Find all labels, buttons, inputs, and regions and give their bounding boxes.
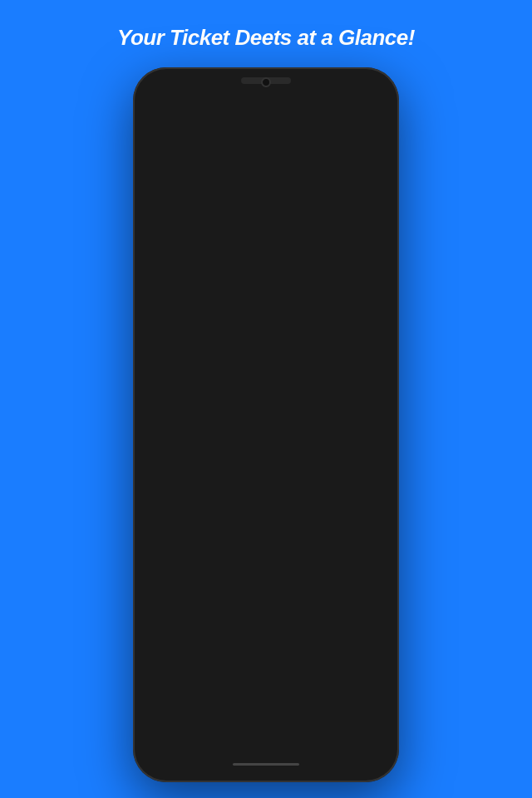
counter-value: 2 xyxy=(303,440,319,451)
check-in-modal: Los Angeles : Zakir Khan stand up Comedy… xyxy=(158,340,374,510)
phone-camera xyxy=(261,77,271,87)
col-header-tickets: Tickets xyxy=(238,422,279,431)
modal-col-headers: Check In/Out Tickets Available - Check I… xyxy=(173,422,359,431)
modal-event-name: Los Angeles : Zakir Khan stand up Comedy… xyxy=(173,355,359,375)
modal-controls-row: In Out 2 - 2 xyxy=(173,436,359,456)
available-counter: - 2 + xyxy=(278,436,344,456)
modal-check-in-button[interactable]: Check In xyxy=(173,467,359,495)
phone-bottom-bar xyxy=(233,763,299,766)
modal-overlay: Los Angeles : Zakir Khan stand up Comedy… xyxy=(141,96,391,753)
col-header-available: Available - Check In xyxy=(286,422,359,431)
in-out-toggle[interactable]: In Out xyxy=(173,437,229,454)
page-header: Your Ticket Deets at a Glance! xyxy=(0,0,532,63)
page-title: Your Ticket Deets at a Glance! xyxy=(17,25,515,51)
phone-screen: 5:19 ▣ ▣ ▣ ▣ ← Check In 🔍 Los Angeles : … xyxy=(141,96,391,753)
toggle-out[interactable]: Out xyxy=(201,438,229,453)
col-header-check-in-out: Check In/Out xyxy=(173,422,231,431)
modal-order-id: Order ID: #2875017 xyxy=(173,378,359,387)
modal-tickets-count: Tickets: 2 xyxy=(173,389,359,398)
counter-plus-btn[interactable]: + xyxy=(324,436,344,456)
tickets-display: 2 xyxy=(236,436,271,455)
toggle-in[interactable]: In xyxy=(174,438,201,453)
phone-wrapper: 5:19 ▣ ▣ ▣ ▣ ← Check In 🔍 Los Angeles : … xyxy=(133,67,399,782)
counter-minus-btn[interactable]: - xyxy=(278,436,298,456)
modal-tier: $70 Level xyxy=(173,406,359,416)
